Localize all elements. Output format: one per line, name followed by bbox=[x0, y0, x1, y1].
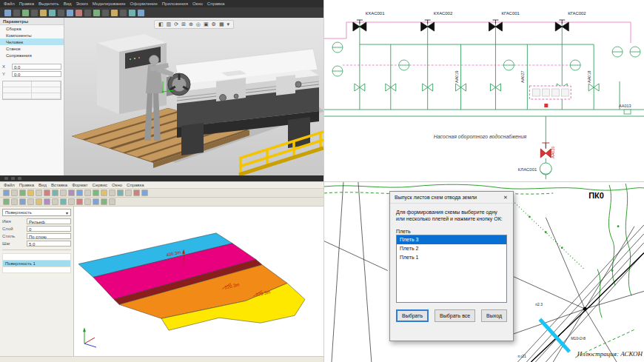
ribbon-icon[interactable] bbox=[120, 10, 127, 16]
tree-item-selected[interactable]: Человек bbox=[0, 38, 64, 45]
view-tool-icon[interactable]: ◎ bbox=[196, 21, 201, 27]
ribbon-icon[interactable] bbox=[84, 10, 91, 16]
view-tool-icon[interactable]: ⚙ bbox=[212, 21, 216, 27]
view-tool-icon[interactable]: ⊕ bbox=[189, 21, 193, 27]
exit-button[interactable]: Выход bbox=[481, 309, 507, 322]
ribbon-icon[interactable] bbox=[40, 10, 47, 16]
menu-item[interactable]: Файл bbox=[4, 183, 15, 187]
tree-item[interactable]: Сборка bbox=[0, 25, 64, 32]
view-tool-icon[interactable]: ◧ bbox=[158, 21, 164, 27]
ribbon-icon[interactable] bbox=[4, 10, 11, 16]
toolbar-icon[interactable] bbox=[44, 198, 50, 205]
toolbar-icon[interactable] bbox=[60, 190, 67, 196]
list-item[interactable] bbox=[2, 253, 71, 260]
list-item[interactable]: Плеть 2 bbox=[397, 244, 506, 253]
toolbar-icon[interactable] bbox=[60, 198, 67, 205]
menu-item[interactable]: Правка bbox=[19, 183, 34, 187]
view-tool-icon[interactable]: ▥ bbox=[167, 21, 172, 27]
list-item[interactable]: Плеть 1 bbox=[397, 253, 506, 262]
safety-railing[interactable] bbox=[239, 132, 323, 175]
toolbar-icon[interactable] bbox=[84, 198, 91, 205]
view-tool-icon[interactable]: ⊞ bbox=[181, 21, 186, 27]
field-input[interactable]: 0.0 bbox=[12, 71, 61, 77]
prop-input[interactable]: 5.0 bbox=[27, 241, 71, 247]
ribbon-icon[interactable] bbox=[102, 10, 109, 16]
prop-input[interactable]: Рельеф bbox=[27, 218, 71, 224]
toolbar-icon[interactable] bbox=[19, 190, 26, 196]
plet-listbox[interactable]: Плеть 3 Плеть 2 Плеть 1 bbox=[396, 235, 507, 303]
terrain-viewport[interactable]: 400.3m 220.3m 229.3m bbox=[74, 207, 323, 356]
toolbar-icon[interactable] bbox=[101, 198, 107, 205]
ribbon-icon[interactable] bbox=[58, 10, 64, 16]
toolbar-icon[interactable] bbox=[133, 190, 140, 196]
toolbar-icon[interactable] bbox=[36, 190, 42, 196]
field-input[interactable]: 0.0 bbox=[12, 64, 61, 70]
toolbar-icon[interactable] bbox=[93, 190, 99, 196]
toolbar-icon[interactable] bbox=[101, 190, 107, 196]
list-item-selected[interactable]: Поверхность 1 bbox=[2, 260, 71, 267]
right-component[interactable]: АА013 bbox=[619, 104, 631, 114]
toolbar-icon[interactable] bbox=[109, 198, 115, 205]
view-tool-icon[interactable]: ▦ bbox=[219, 21, 224, 27]
toolbar-icon[interactable] bbox=[76, 198, 83, 205]
floating-mini-toolbar[interactable] bbox=[529, 86, 571, 107]
toolbar-icon[interactable] bbox=[52, 198, 58, 205]
select-button[interactable]: Выбрать bbox=[396, 309, 429, 322]
menu-item[interactable]: Вид bbox=[64, 1, 72, 6]
menu-item[interactable]: Сервис bbox=[93, 183, 108, 187]
menu-item[interactable]: Вставка bbox=[51, 183, 67, 187]
toolbar-icon[interactable] bbox=[68, 198, 75, 205]
toolbar-icon[interactable] bbox=[11, 198, 18, 205]
pump-symbol[interactable] bbox=[540, 163, 551, 175]
selected-segment[interactable] bbox=[540, 319, 569, 352]
toolbar-icon[interactable] bbox=[52, 190, 58, 196]
toolbar-icon[interactable] bbox=[141, 190, 148, 196]
parameters-mini-table[interactable] bbox=[2, 81, 61, 100]
list-item-selected[interactable]: Плеть 3 bbox=[397, 235, 506, 244]
select-all-button[interactable]: Выбрать все bbox=[435, 309, 475, 322]
toolbar-icon[interactable] bbox=[27, 190, 34, 196]
menu-item[interactable]: Окно bbox=[112, 183, 122, 187]
toolbar-icon[interactable] bbox=[125, 190, 132, 196]
menu-item[interactable]: Моделирование bbox=[93, 1, 126, 6]
ribbon-icon[interactable] bbox=[13, 10, 20, 16]
toolbar-icon[interactable] bbox=[11, 190, 18, 196]
menu-item[interactable]: Приложения bbox=[162, 1, 188, 6]
menu-item[interactable]: Справка bbox=[127, 183, 144, 187]
view-tool-icon[interactable]: ⟳ bbox=[174, 21, 178, 27]
toolbar-icon[interactable] bbox=[3, 190, 10, 196]
menu-item[interactable]: Эскиз bbox=[76, 1, 88, 6]
object-combo[interactable]: Поверхность▾ bbox=[2, 209, 71, 216]
view-tool-icon[interactable]: ▣ bbox=[204, 21, 209, 27]
toolbar-icon[interactable] bbox=[36, 198, 42, 205]
menu-item[interactable]: Выделить bbox=[38, 1, 59, 6]
menu-item[interactable]: Вид bbox=[38, 183, 47, 187]
prop-input[interactable]: По слою bbox=[27, 233, 71, 239]
prop-input[interactable]: 0 bbox=[27, 226, 71, 232]
ribbon-icon[interactable] bbox=[138, 10, 144, 16]
close-icon[interactable]: ✕ bbox=[500, 192, 511, 202]
toolbar-icon[interactable] bbox=[19, 198, 26, 205]
menu-item[interactable]: Правка bbox=[19, 1, 34, 6]
ribbon-icon[interactable] bbox=[129, 10, 135, 16]
ribbon-icon[interactable] bbox=[31, 10, 38, 16]
view-tool-icon[interactable]: ▾ bbox=[227, 21, 230, 27]
toolbar-icon[interactable] bbox=[117, 190, 124, 196]
list-item[interactable] bbox=[2, 267, 71, 273]
menu-item[interactable]: Оформление bbox=[130, 1, 158, 6]
menu-item[interactable]: Справка bbox=[207, 1, 225, 6]
tree-item[interactable]: Станок bbox=[0, 45, 64, 52]
toolbar-icon[interactable] bbox=[109, 190, 115, 196]
drain-branch[interactable]: АА020 КЛАС001 bbox=[518, 143, 556, 175]
menu-item[interactable]: Формат bbox=[72, 183, 87, 187]
toolbar-icon[interactable] bbox=[44, 190, 50, 196]
tree-item[interactable]: Компоненты bbox=[0, 32, 64, 38]
tree-item[interactable]: Сопряжения bbox=[0, 52, 64, 58]
viewport-3d[interactable]: ◧ ▥ ⟳ ⊞ ⊕ ◎ ▣ ⚙ ▦ ▾ bbox=[64, 18, 323, 175]
selected-node[interactable] bbox=[544, 104, 548, 107]
ribbon-icon[interactable] bbox=[76, 10, 82, 16]
terrain-surface[interactable] bbox=[78, 233, 305, 330]
toolbar-icon[interactable] bbox=[3, 198, 10, 205]
toolbar-icon[interactable] bbox=[68, 190, 75, 196]
toolbar-icon[interactable] bbox=[84, 190, 91, 196]
